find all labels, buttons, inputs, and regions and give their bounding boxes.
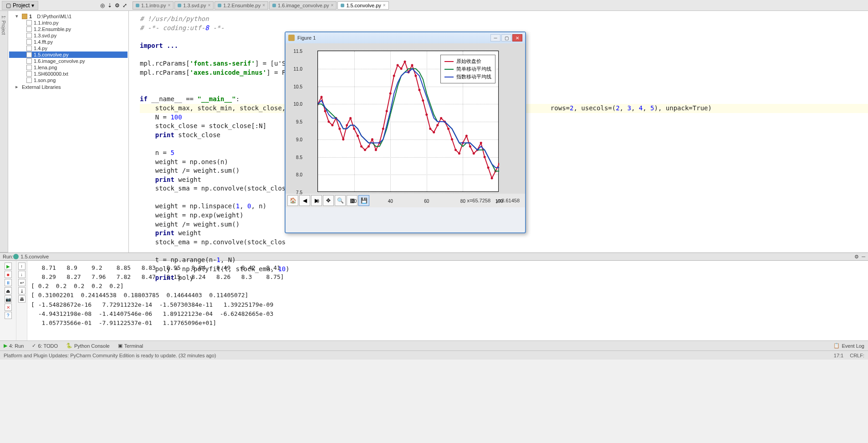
tree-item[interactable]: 1.4.fft.py xyxy=(9,39,128,45)
tree-item[interactable]: 1.2.Ensumble.py xyxy=(9,26,128,32)
target-icon[interactable]: ◎ xyxy=(100,2,105,9)
tree-item[interactable]: 1.1.intro.py xyxy=(9,20,128,26)
editor-tabs: 1.1.intro.py× 1.3.svd.py× 1.2.Ensumble.p… xyxy=(129,1,389,10)
svg-point-31 xyxy=(429,128,431,130)
file-icon xyxy=(26,39,32,45)
tree-item[interactable]: 1.SH600000.txt xyxy=(9,71,128,77)
svg-point-41 xyxy=(465,135,468,137)
svg-point-39 xyxy=(458,152,460,155)
figure-canvas: 7.58.08.59.09.510.010.511.011.5 02040608… xyxy=(286,43,525,194)
up-button[interactable]: ↑ xyxy=(18,263,26,270)
legend-swatch xyxy=(444,69,454,70)
tab-convolve[interactable]: 1.5.convolve.py× xyxy=(337,1,388,10)
rerun-button[interactable]: ▶ xyxy=(5,263,12,270)
save-button[interactable]: 💾 xyxy=(358,195,369,206)
python-file-icon xyxy=(341,4,344,7)
file-icon xyxy=(26,33,32,38)
run-label: Run: xyxy=(3,254,13,259)
tab-svd[interactable]: 1.3.svd.py× xyxy=(174,1,214,10)
close-button[interactable]: ✕ xyxy=(512,34,522,41)
exit-button[interactable]: ⏏ xyxy=(5,287,12,294)
line-ending: CRLF: xyxy=(850,353,864,358)
print-button[interactable]: 🖶 xyxy=(18,295,26,303)
svg-point-36 xyxy=(447,128,449,130)
close-icon[interactable]: × xyxy=(168,3,170,8)
figure-titlebar[interactable]: Figure 1 ─ ▢ ✕ xyxy=(286,32,525,43)
svg-point-24 xyxy=(404,61,406,63)
svg-point-50 xyxy=(498,163,500,165)
svg-point-7 xyxy=(342,138,344,140)
tree-item[interactable]: 1.lena.png xyxy=(9,64,128,71)
tab-label: 1.1.intro.py xyxy=(141,3,166,8)
svg-point-46 xyxy=(484,156,486,158)
stop-button[interactable]: ■ xyxy=(5,271,12,278)
bottom-todo[interactable]: ✓6: TODO xyxy=(32,343,58,349)
project-view-button[interactable]: ▢ Project ▾ xyxy=(2,1,38,10)
svg-point-21 xyxy=(393,75,395,77)
bottom-run[interactable]: ▶4: Run xyxy=(4,343,24,349)
figure-window[interactable]: Figure 1 ─ ▢ ✕ 7.58.08.59.09.510.010.511… xyxy=(285,31,526,233)
legend-label: 指数移动平均线 xyxy=(456,73,491,80)
status-bar: Platform and Plugin Updates: PyCharm Com… xyxy=(0,350,868,360)
console-gutter-right: ↑ ↓ ↩ ⤓ 🖶 xyxy=(16,261,27,340)
run-config-icon xyxy=(13,254,19,259)
back-button[interactable]: ◀ xyxy=(299,195,310,206)
project-tree[interactable]: ▾1 D:\Python\ML\1 1.1.intro.py1.2.Ensumb… xyxy=(8,11,129,252)
legend-label: 简单移动平均线 xyxy=(456,66,491,72)
tree-item[interactable]: 1.3.svd.py xyxy=(9,32,128,39)
pan-button[interactable]: ✥ xyxy=(323,195,334,206)
svg-point-28 xyxy=(418,89,420,91)
svg-point-43 xyxy=(473,152,475,155)
bottom-terminal[interactable]: ▣Terminal xyxy=(118,343,143,349)
tab-ensumble[interactable]: 1.2.Ensumble.py× xyxy=(214,1,268,10)
svg-point-47 xyxy=(487,166,490,169)
status-x: x=65.7258 xyxy=(467,198,490,203)
python-file-icon xyxy=(178,4,181,7)
tree-item[interactable]: 1.5.convolve.py xyxy=(9,52,128,58)
scroll-button[interactable]: ⤓ xyxy=(18,287,26,294)
hide-icon[interactable]: ⤢ xyxy=(123,2,127,9)
plot-area: 7.58.08.59.09.510.010.511.011.5 02040608… xyxy=(317,51,499,192)
svg-point-15 xyxy=(371,138,373,140)
close-icon[interactable]: × xyxy=(383,3,386,8)
tree-root[interactable]: ▾1 D:\Python\ML\1 xyxy=(9,13,128,20)
bottom-eventlog[interactable]: 📋Event Log xyxy=(833,343,864,349)
help-button[interactable]: ? xyxy=(5,312,12,319)
console-gutter-left: ▶ ■ ⏸ ⏏ 📷 ✕ ? xyxy=(0,261,16,340)
label: 4: Run xyxy=(9,343,24,349)
home-button[interactable]: 🏠 xyxy=(287,195,298,206)
project-label: Project xyxy=(13,2,30,9)
folder-icon xyxy=(22,14,27,19)
python-file-icon xyxy=(136,4,139,7)
pause-button[interactable]: ⏸ xyxy=(5,279,12,286)
svg-point-27 xyxy=(414,75,417,77)
tab-label: 1.3.svd.py xyxy=(183,3,206,8)
gear-icon[interactable]: ⚙ xyxy=(115,2,120,9)
collapse-icon[interactable]: ⇣ xyxy=(107,2,112,9)
label: 6: TODO xyxy=(38,343,58,349)
tree-item[interactable]: 1.4.py xyxy=(9,45,128,52)
softwrap-button[interactable]: ↩ xyxy=(18,279,26,286)
close-icon[interactable]: × xyxy=(331,3,334,8)
side-tab-project[interactable]: 1: Project xyxy=(0,13,7,252)
svg-point-37 xyxy=(451,138,453,140)
tree-item[interactable]: 1.6.image_convolve.py xyxy=(9,58,128,64)
legend-swatch xyxy=(444,77,454,77)
svg-point-8 xyxy=(346,124,348,126)
svg-point-38 xyxy=(454,149,457,151)
svg-point-10 xyxy=(353,128,355,130)
down-button[interactable]: ↓ xyxy=(18,271,26,278)
tab-intro[interactable]: 1.1.intro.py× xyxy=(133,1,174,10)
close-icon[interactable]: × xyxy=(208,3,210,8)
close2-button[interactable]: ✕ xyxy=(5,304,12,311)
minimize-button[interactable]: ─ xyxy=(490,34,500,41)
tab-imageconvolve[interactable]: 1.6.image_convolve.py× xyxy=(269,1,337,10)
tree-item[interactable]: 1.son.png xyxy=(9,77,128,83)
close-icon[interactable]: × xyxy=(262,3,265,8)
python-file-icon xyxy=(272,4,276,7)
tree-external-libs[interactable]: ▸External Libraries xyxy=(9,83,128,90)
maximize-button[interactable]: ▢ xyxy=(501,34,511,41)
dump-button[interactable]: 📷 xyxy=(5,295,12,303)
zoom-button[interactable]: 🔍 xyxy=(335,195,346,206)
bottom-pyconsole[interactable]: 🐍Python Console xyxy=(66,343,110,349)
